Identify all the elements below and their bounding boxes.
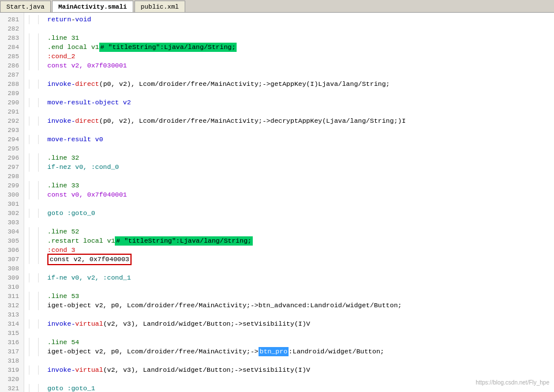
code-token: # "titleString":Ljava/lang/String; bbox=[115, 236, 253, 246]
line-number-291: 291 bbox=[2, 107, 19, 116]
line-number-306: 306 bbox=[2, 246, 19, 255]
code-line-286: const v2, 0x7f030001 bbox=[29, 61, 549, 70]
code-token: const v0, 0x7f040001 bbox=[47, 190, 127, 199]
line-number-287: 287 bbox=[2, 70, 19, 80]
code-token: (p0, v2), Lcom/droider/free/MainActivity… bbox=[99, 80, 390, 89]
indent-bar bbox=[38, 227, 47, 236]
indent-bar bbox=[29, 338, 38, 347]
code-line-291 bbox=[29, 107, 549, 116]
code-token: if-ne v0, v2, :cond_1 bbox=[47, 273, 131, 282]
line-number-309: 309 bbox=[2, 273, 19, 282]
code-token: direct bbox=[75, 116, 99, 126]
code-content[interactable]: return-void.line 31.end local v1 # "titl… bbox=[24, 13, 554, 392]
line-number-320: 320 bbox=[2, 375, 19, 384]
indent-bar bbox=[29, 153, 38, 163]
tab-public-xml[interactable]: public.xml bbox=[134, 1, 185, 12]
code-token: (v2, v3), Landroid/widget/Button;->setVi… bbox=[103, 319, 310, 329]
code-token: virtual bbox=[75, 319, 103, 329]
line-number-312: 312 bbox=[2, 301, 19, 310]
tab-bar: Start.javaMainActivity.smalipublic.xml bbox=[0, 0, 554, 13]
code-line-283: .line 31 bbox=[29, 33, 549, 43]
line-number-319: 319 bbox=[2, 365, 19, 375]
line-number-281: 281 bbox=[2, 15, 19, 24]
code-token: iget-object v2, p0, Lcom/droider/free/Ma… bbox=[47, 301, 402, 310]
line-number-288: 288 bbox=[2, 80, 19, 89]
tab-start-java[interactable]: Start.java bbox=[0, 1, 51, 12]
line-number-311: 311 bbox=[2, 292, 19, 301]
line-number-308: 308 bbox=[2, 264, 19, 273]
code-token: move-result v0 bbox=[47, 135, 103, 144]
code-token: :Landroid/widget/Button; bbox=[289, 347, 384, 356]
code-token: iget-object v2, p0, Lcom/droider/free/Ma… bbox=[47, 347, 259, 356]
code-line-296: .line 32 bbox=[29, 153, 549, 163]
code-token: btn_pro bbox=[259, 347, 289, 356]
code-line-288: invoke-direct (p0, v2), Lcom/droider/fre… bbox=[29, 80, 549, 89]
indent-bar bbox=[38, 384, 47, 392]
code-line-284: .end local v1 # "titleString":Ljava/lang… bbox=[29, 43, 549, 52]
indent-bar bbox=[38, 61, 47, 70]
watermark-text: https://blog.csdn.net/Fly_hpe bbox=[476, 378, 549, 387]
code-line-320 bbox=[29, 375, 549, 384]
code-line-309: if-ne v0, v2, :cond_1 bbox=[29, 273, 549, 282]
code-line-299: .line 33 bbox=[29, 181, 549, 190]
code-line-297: if-nez v0, :cond_0 bbox=[29, 163, 549, 172]
indent-bar bbox=[38, 236, 47, 246]
code-line-298 bbox=[29, 172, 549, 181]
indent-bar bbox=[38, 273, 47, 282]
line-number-293: 293 bbox=[2, 126, 19, 135]
line-number-286: 286 bbox=[2, 61, 19, 70]
indent-bar bbox=[38, 292, 47, 301]
code-token: move-result-object v2 bbox=[47, 98, 131, 107]
line-number-313: 313 bbox=[2, 310, 19, 319]
line-number-314: 314 bbox=[2, 319, 19, 329]
code-token: # "titleString":Ljava/lang/String; bbox=[99, 43, 237, 52]
code-line-292: invoke-direct (p0, v2), Lcom/droider/fre… bbox=[29, 116, 549, 126]
code-token: .restart local v1 bbox=[47, 236, 115, 246]
line-number-294: 294 bbox=[2, 135, 19, 144]
code-token: direct bbox=[75, 80, 99, 89]
code-line-293 bbox=[29, 126, 549, 135]
code-token: .line 32 bbox=[47, 153, 79, 163]
code-line-315 bbox=[29, 329, 549, 338]
line-number-301: 301 bbox=[2, 199, 19, 209]
indent-bar bbox=[38, 181, 47, 190]
line-number-298: 298 bbox=[2, 172, 19, 181]
indent-bar bbox=[29, 52, 38, 61]
code-line-281: return-void bbox=[29, 15, 549, 24]
code-line-295 bbox=[29, 144, 549, 153]
line-number-321: 321 bbox=[2, 384, 19, 392]
code-line-305: .restart local v1 # "titleString":Ljava/… bbox=[29, 236, 549, 246]
tab-mainactivity-smali[interactable]: MainActivity.smali bbox=[52, 1, 133, 12]
indent-bar bbox=[29, 236, 38, 246]
indent-bar bbox=[29, 33, 38, 43]
code-line-310 bbox=[29, 282, 549, 292]
indent-bar bbox=[29, 61, 38, 70]
indent-bar bbox=[29, 273, 38, 282]
code-token: invoke- bbox=[47, 80, 75, 89]
code-token: .line 31 bbox=[47, 33, 79, 43]
indent-bar bbox=[29, 255, 38, 264]
code-line-317: iget-object v2, p0, Lcom/droider/free/Ma… bbox=[29, 347, 549, 356]
line-number-292: 292 bbox=[2, 116, 19, 126]
code-line-289 bbox=[29, 89, 549, 98]
indent-bar bbox=[29, 190, 38, 199]
code-line-318 bbox=[29, 356, 549, 365]
indent-bar bbox=[38, 255, 47, 264]
code-token: invoke- bbox=[47, 365, 75, 375]
line-number-317: 317 bbox=[2, 347, 19, 356]
indent-bar bbox=[29, 319, 38, 329]
code-line-316: .line 54 bbox=[29, 338, 549, 347]
indent-bar bbox=[29, 246, 38, 255]
indent-bar bbox=[29, 116, 38, 126]
indent-bar bbox=[38, 135, 47, 144]
line-number-315: 315 bbox=[2, 329, 19, 338]
line-number-295: 295 bbox=[2, 144, 19, 153]
line-number-290: 290 bbox=[2, 98, 19, 107]
code-token: (p0, v2), Lcom/droider/free/MainActivity… bbox=[99, 116, 406, 126]
code-token: .line 33 bbox=[47, 181, 79, 190]
indent-bar bbox=[29, 301, 38, 310]
indent-bar bbox=[29, 227, 38, 236]
code-token: goto :goto_1 bbox=[47, 384, 95, 392]
line-number-305: 305 bbox=[2, 236, 19, 246]
indent-bar bbox=[38, 43, 47, 52]
